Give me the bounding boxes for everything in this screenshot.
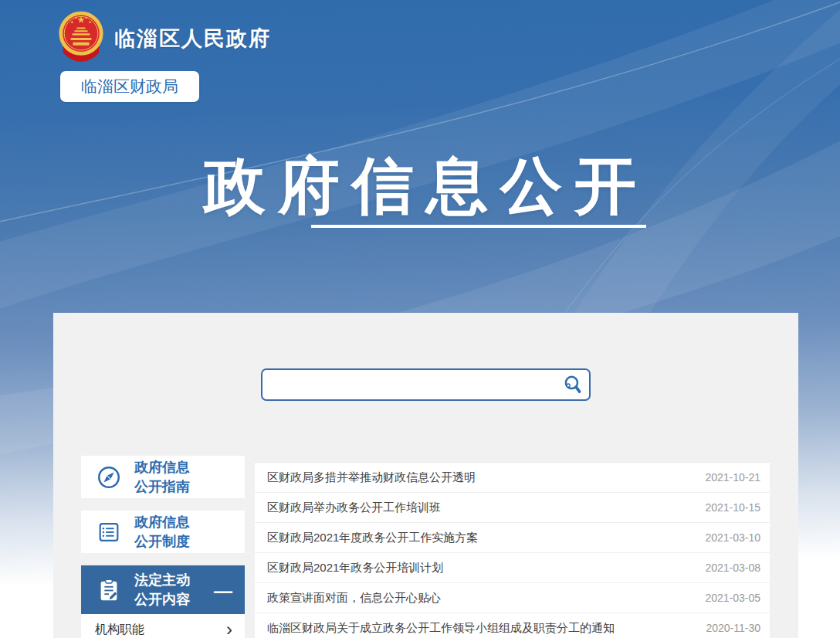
news-date: 2020-11-30: [706, 622, 760, 634]
sidebar-nav: 政府信息 公开指南 政府信息: [81, 456, 245, 638]
site-brand[interactable]: 临淄区人民政府: [57, 11, 271, 66]
news-date: 2021-10-15: [705, 501, 760, 514]
news-title[interactable]: 区财政局多措并举推动财政信息公开透明: [267, 470, 476, 485]
news-list: 区财政局多措并举推动财政信息公开透明 2021-10-21 区财政局举办政务公开…: [255, 462, 770, 638]
search-bar: [261, 368, 591, 401]
sidebar-item-statutory-disclosure[interactable]: 法定主动 公开内容 —: [81, 565, 245, 614]
sidebar-item-gov-info-guide[interactable]: 政府信息 公开指南: [81, 456, 245, 498]
news-row[interactable]: 区财政局2021年政务公开培训计划 2021-03-08: [255, 553, 770, 583]
submenu-label: 机构职能: [95, 622, 144, 638]
banner-title: 政府信息公开: [0, 145, 840, 229]
banner-title-underline: [311, 225, 646, 228]
news-date: 2021-03-05: [705, 592, 760, 604]
rules-book-icon: [95, 518, 123, 546]
news-title[interactable]: 政策宣讲面对面，信息公开心贴心: [267, 591, 441, 606]
news-row[interactable]: 政策宣讲面对面，信息公开心贴心 2021-03-05: [255, 583, 770, 613]
sidebar-item-gov-info-rules[interactable]: 政府信息 公开制度: [81, 511, 245, 553]
clipboard-pen-icon: [95, 576, 123, 604]
news-title[interactable]: 临淄区财政局关于成立政务公开工作领导小组组成及职责分工的通知: [267, 621, 615, 636]
search-icon: [563, 375, 584, 395]
news-date: 2021-10-21: [705, 471, 760, 484]
news-row[interactable]: 区财政局举办政务公开工作培训班 2021-10-15: [255, 493, 770, 523]
news-row[interactable]: 临淄区财政局关于成立政务公开工作领导小组组成及职责分工的通知 2020-11-3…: [255, 613, 770, 638]
sidebar-item-label: 政府信息 公开制度: [134, 513, 190, 551]
page: 临淄区人民政府 临淄区财政局 政府信息公开: [0, 0, 840, 638]
content-panel: 政府信息 公开指南 政府信息: [53, 313, 798, 638]
site-name: 临淄区人民政府: [114, 25, 271, 53]
compass-icon: [95, 463, 123, 491]
news-row[interactable]: 区财政局2021年度政务公开工作实施方案 2021-03-10: [255, 523, 770, 553]
bureau-badge[interactable]: 临淄区财政局: [60, 71, 199, 102]
chevron-right-icon: ›: [226, 623, 232, 636]
sidebar-item-label: 法定主动 公开内容: [134, 571, 190, 609]
news-title[interactable]: 区财政局2021年度政务公开工作实施方案: [267, 531, 478, 545]
search-input[interactable]: [261, 368, 591, 401]
sidebar-item-label: 政府信息 公开指南: [134, 458, 190, 497]
news-title[interactable]: 区财政局2021年政务公开培训计划: [267, 561, 443, 575]
news-row[interactable]: 区财政局多措并举推动财政信息公开透明 2021-10-21: [255, 463, 770, 493]
sidebar-subitem-org-functions[interactable]: 机构职能 ›: [81, 614, 245, 638]
collapse-minus-icon[interactable]: —: [214, 580, 232, 599]
search-button[interactable]: [560, 372, 586, 397]
national-emblem-icon: [57, 11, 105, 66]
news-title[interactable]: 区财政局举办政务公开工作培训班: [267, 501, 441, 515]
news-date: 2021-03-10: [705, 531, 760, 544]
news-date: 2021-03-08: [705, 562, 760, 574]
news-list-card: 区财政局多措并举推动财政信息公开透明 2021-10-21 区财政局举办政务公开…: [255, 462, 770, 638]
